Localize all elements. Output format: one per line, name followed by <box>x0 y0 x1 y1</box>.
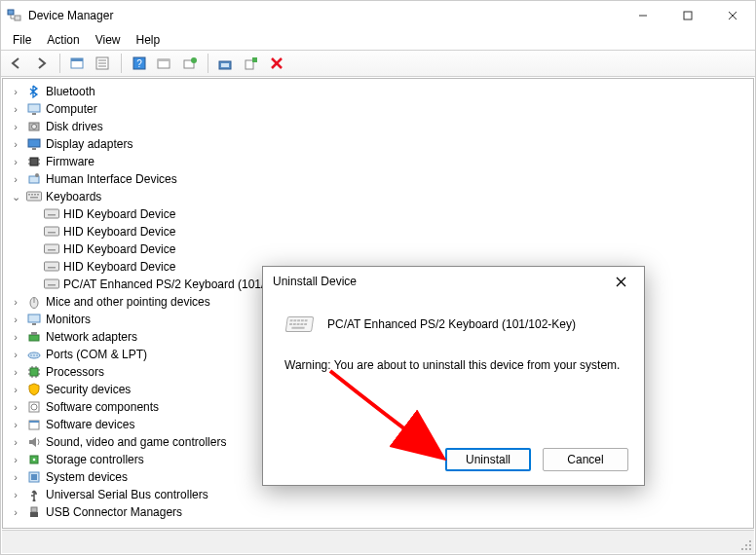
chip-icon <box>26 364 42 380</box>
svg-rect-75 <box>29 421 39 423</box>
uninstall-button[interactable] <box>240 52 263 75</box>
svg-rect-101 <box>304 323 307 325</box>
svg-rect-79 <box>31 474 37 480</box>
usb-icon <box>26 487 42 502</box>
svg-rect-98 <box>293 323 296 325</box>
cancel-button[interactable]: Cancel <box>543 448 628 471</box>
svg-rect-44 <box>48 214 56 216</box>
system-icon <box>26 469 42 485</box>
svg-rect-43 <box>45 209 59 218</box>
tree-item-bluetooth[interactable]: ›Bluetooth <box>9 83 753 100</box>
svg-rect-47 <box>45 244 59 253</box>
svg-rect-57 <box>29 335 39 341</box>
svg-rect-25 <box>32 113 36 115</box>
menu-help[interactable]: Help <box>129 31 169 49</box>
tree-item-usb[interactable]: ›Universal Serial Bus controllers <box>9 486 753 503</box>
svg-rect-92 <box>290 319 293 321</box>
close-button[interactable] <box>710 1 755 30</box>
svg-rect-24 <box>28 104 40 112</box>
svg-rect-55 <box>28 314 40 322</box>
menu-view[interactable]: View <box>88 31 129 49</box>
svg-rect-100 <box>300 323 303 325</box>
tree-item-keyboard-device[interactable]: ·HID Keyboard Device <box>26 240 753 258</box>
app-icon <box>7 8 22 23</box>
network-icon <box>26 329 42 345</box>
keyboard-icon <box>44 277 59 292</box>
svg-rect-29 <box>32 148 36 150</box>
svg-point-85 <box>749 544 751 546</box>
svg-point-83 <box>749 540 751 542</box>
tree-item-disk[interactable]: ›Disk drives <box>9 118 753 135</box>
tree-item-usb-conn[interactable]: ›USB Connector Managers <box>9 503 753 521</box>
dialog-close-button[interactable] <box>607 268 634 295</box>
show-hidden-button[interactable] <box>66 52 90 75</box>
svg-rect-81 <box>31 507 37 512</box>
svg-rect-21 <box>252 57 257 62</box>
svg-rect-40 <box>34 194 36 196</box>
svg-rect-35 <box>29 176 39 183</box>
svg-rect-20 <box>246 60 253 69</box>
update-driver-button[interactable] <box>214 52 238 75</box>
tree-item-firmware[interactable]: ›Firmware <box>9 153 753 170</box>
keyboard-icon <box>284 314 316 335</box>
tree-item-keyboards[interactable]: ⌄Keyboards <box>9 188 753 205</box>
svg-rect-48 <box>48 249 56 251</box>
svg-rect-28 <box>28 139 40 147</box>
tree-item-hid[interactable]: ›Human Interface Devices <box>9 170 753 188</box>
svg-point-88 <box>749 548 751 550</box>
svg-rect-94 <box>297 319 300 321</box>
shield-icon <box>26 382 42 397</box>
dialog-device-name: PC/AT Enhanced PS/2 Keyboard (101/102-Ke… <box>327 317 576 331</box>
disable-button[interactable] <box>265 52 288 75</box>
svg-rect-45 <box>45 227 59 236</box>
storage-icon <box>26 452 42 467</box>
svg-rect-51 <box>45 279 59 288</box>
keyboard-icon <box>44 259 59 275</box>
help-button[interactable]: ? <box>128 52 151 75</box>
svg-rect-37 <box>27 192 42 201</box>
uninstall-button[interactable]: Uninstall <box>445 448 531 471</box>
forward-button[interactable] <box>30 52 54 75</box>
tree-item-keyboard-device[interactable]: ·HID Keyboard Device <box>26 223 753 240</box>
svg-rect-58 <box>31 332 37 335</box>
maximize-button[interactable] <box>665 1 710 30</box>
dialog-title: Uninstall Device <box>273 275 357 288</box>
svg-rect-1 <box>15 16 20 20</box>
disk-icon <box>26 119 42 134</box>
firmware-icon <box>26 154 42 169</box>
svg-point-87 <box>745 548 747 550</box>
menu-action[interactable]: Action <box>39 31 87 49</box>
svg-point-84 <box>745 544 747 546</box>
svg-point-60 <box>30 354 32 356</box>
tree-item-keyboard-device[interactable]: ·HID Keyboard Device <box>26 205 753 223</box>
back-button[interactable] <box>5 52 28 75</box>
bluetooth-icon <box>26 84 42 99</box>
scan-button[interactable] <box>178 52 202 75</box>
view-button[interactable] <box>153 52 176 75</box>
svg-rect-95 <box>301 319 304 321</box>
menu-file[interactable]: File <box>5 31 39 49</box>
svg-point-27 <box>32 125 37 130</box>
svg-rect-49 <box>45 262 59 271</box>
svg-rect-15 <box>158 59 170 61</box>
svg-point-80 <box>33 500 36 502</box>
uninstall-dialog: Uninstall Device PC/AT Enhanced PS/2 Key… <box>262 266 645 486</box>
svg-rect-50 <box>48 267 56 269</box>
properties-button[interactable] <box>92 52 115 75</box>
monitor-icon <box>26 312 42 327</box>
mouse-icon <box>26 294 42 310</box>
menubar: File Action View Help <box>1 30 755 50</box>
svg-point-61 <box>33 354 35 356</box>
minimize-button[interactable] <box>621 1 665 30</box>
svg-rect-0 <box>8 10 14 15</box>
chevron-down-icon[interactable]: ⌄ <box>9 191 22 204</box>
tree-item-computer[interactable]: ›Computer <box>9 100 753 118</box>
sound-icon <box>26 434 42 450</box>
svg-rect-3 <box>684 12 692 19</box>
svg-point-86 <box>741 548 743 550</box>
svg-rect-97 <box>289 323 292 325</box>
keyboard-icon <box>26 189 42 204</box>
toolbar: ? <box>1 50 755 77</box>
svg-rect-63 <box>30 368 38 376</box>
tree-item-display[interactable]: ›Display adapters <box>9 135 753 153</box>
